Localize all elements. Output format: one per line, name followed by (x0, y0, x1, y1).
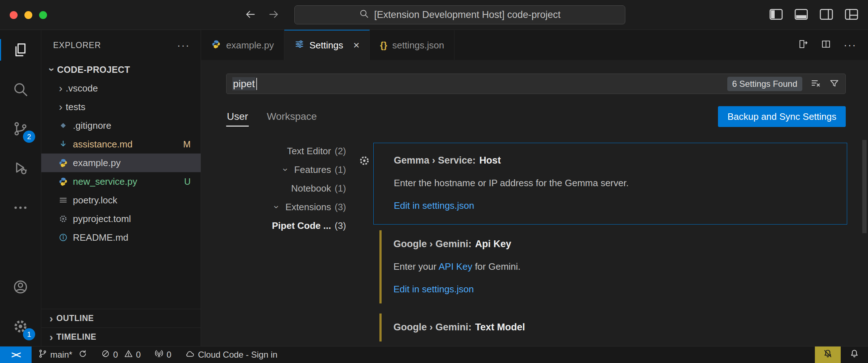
settings-scope-row: User Workspace Backup and Sync Settings (226, 105, 846, 128)
tree-item-example-py[interactable]: example.py (41, 154, 201, 172)
tab-actions: ··· (798, 30, 868, 60)
python-file-icon (58, 176, 69, 187)
customize-layout-icon[interactable] (844, 9, 859, 22)
modified-indicator (379, 314, 382, 341)
toc-item-pipet-code[interactable]: Pipet Code ... (3) (226, 216, 348, 235)
search-sidebar-icon[interactable] (0, 70, 41, 109)
manage-gear-icon[interactable]: 1 (0, 307, 41, 346)
scope-tab-workspace[interactable]: Workspace (266, 107, 318, 127)
file-tree: › CODE-PROJECT › .vscode › tests .gitign… (41, 60, 201, 247)
tree-root-code-project[interactable]: › CODE-PROJECT (41, 60, 201, 79)
forward-icon[interactable] (268, 8, 280, 22)
source-control-badge: 2 (23, 131, 35, 143)
scope-tab-user[interactable]: User (226, 107, 249, 127)
tree-item-pyproject-toml[interactable]: pyproject.toml (41, 209, 201, 228)
broadcast-item[interactable]: 0 (154, 349, 171, 360)
sidebar-sections: › OUTLINE › TIMELINE (41, 309, 201, 346)
toc-item-notebook[interactable]: Notebook (1) (226, 179, 348, 198)
setting-google-gemini-api-key[interactable]: Google › Gemini: Api Key Enter your API … (373, 227, 847, 308)
explorer-header: EXPLORER ··· (41, 30, 201, 60)
tab-settings[interactable]: Settings × (284, 30, 370, 60)
toc-item-features[interactable]: › Features (1) (226, 160, 348, 179)
outline-section-header[interactable]: › OUTLINE (41, 309, 201, 327)
tree-item-vscode[interactable]: › .vscode (41, 79, 201, 98)
minimize-window-button[interactable] (24, 11, 32, 19)
chevron-down-icon: › (47, 65, 57, 75)
notifications-item[interactable] (841, 349, 868, 361)
text-caret (256, 78, 257, 90)
toggle-panel-icon[interactable] (794, 9, 808, 22)
explorer-title: EXPLORER (53, 41, 101, 50)
setting-description: Enter the hostname or IP address for the… (394, 177, 836, 189)
toc-item-text-editor[interactable]: Text Editor (2) (226, 142, 348, 160)
accounts-icon[interactable] (0, 267, 41, 307)
warning-icon (124, 349, 133, 360)
tree-item-new-service-py[interactable]: new_service.py U (41, 172, 201, 191)
tab-example-py[interactable]: example.py (201, 30, 284, 60)
notifications-muted-item[interactable] (815, 346, 841, 363)
chevron-down-icon: › (272, 202, 281, 212)
history-nav (244, 0, 280, 30)
api-key-link[interactable]: API Key (439, 261, 472, 272)
chevron-down-icon: › (281, 165, 290, 175)
explorer-icon[interactable] (0, 30, 41, 70)
modified-indicator (379, 230, 382, 303)
sync-icon (78, 349, 87, 360)
status-bar: >< main* 0 (0, 346, 868, 363)
setting-title: Google › Gemini: Api Key (393, 238, 836, 250)
tab-settings-json[interactable]: {} settings.json (370, 30, 454, 60)
warnings-item[interactable]: 0 (124, 349, 141, 360)
toc-item-extensions[interactable]: › Extensions (3) (226, 198, 348, 216)
source-control-icon[interactable]: 2 (0, 109, 41, 148)
edit-in-settings-json-link[interactable]: Edit in settings.json (394, 200, 474, 211)
close-window-button[interactable] (10, 11, 18, 19)
settings-found-badge: 6 Settings Found (727, 77, 802, 91)
remote-indicator[interactable]: >< (0, 346, 32, 363)
back-icon[interactable] (244, 8, 256, 22)
close-icon[interactable]: × (353, 39, 360, 51)
broadcast-tower-icon (154, 349, 164, 360)
setting-gemma-service-host[interactable]: Gemma › Service: Host Enter the hostname… (373, 143, 847, 225)
explorer-more-actions-icon[interactable]: ··· (177, 39, 190, 51)
errors-item[interactable]: 0 (101, 349, 118, 360)
open-changes-icon[interactable] (798, 39, 808, 51)
cloud-code-item[interactable]: Cloud Code - Sign in (185, 349, 277, 361)
setting-google-gemini-text-model[interactable]: Google › Gemini: Text Model (373, 310, 847, 346)
chevron-right-icon: › (56, 83, 66, 94)
setting-gear-icon[interactable] (358, 155, 370, 168)
split-editor-icon[interactable] (821, 39, 831, 51)
tree-item-assistance-md[interactable]: assistance.md M (41, 135, 201, 154)
editor-scrollbar[interactable] (862, 140, 867, 233)
timeline-section-header[interactable]: › TIMELINE (41, 327, 201, 346)
lock-file-icon (58, 195, 69, 206)
toggle-secondary-sidebar-icon[interactable] (819, 9, 834, 22)
filter-icon[interactable] (829, 78, 840, 90)
clear-search-filters-icon[interactable] (810, 78, 821, 90)
git-status-badge: M (183, 139, 191, 150)
tree-item-poetry-lock[interactable]: poetry.lock (41, 191, 201, 209)
tree-item-gitignore[interactable]: .gitignore (41, 116, 201, 135)
explorer-sidebar: EXPLORER ··· › CODE-PROJECT › .vscode › … (41, 30, 201, 346)
more-views-icon[interactable] (0, 188, 41, 227)
edit-in-settings-json-link[interactable]: Edit in settings.json (393, 283, 474, 295)
sync-changes-item[interactable] (78, 349, 87, 360)
command-center-search[interactable]: [Extension Development Host] code-projec… (294, 5, 625, 24)
settings-search-input[interactable]: pipet 6 Settings Found (226, 74, 846, 94)
search-icon (359, 9, 369, 21)
tree-item-tests[interactable]: › tests (41, 98, 201, 116)
git-status-badge: U (184, 176, 191, 187)
branch-icon (38, 349, 47, 360)
editor-tab-bar: example.py Settings × {} settings.json (201, 30, 868, 60)
settings-editor: pipet 6 Settings Found User Workspace Ba… (201, 60, 868, 346)
run-debug-icon[interactable] (0, 148, 41, 188)
editor-more-actions-icon[interactable]: ··· (844, 39, 857, 51)
markdown-file-icon (58, 139, 69, 150)
settings-sliders-icon (294, 39, 304, 52)
settings-toc: Text Editor (2) › Features (1) Notebook … (226, 142, 348, 235)
chevron-right-icon: › (46, 332, 56, 343)
tree-item-readme-md[interactable]: README.md (41, 228, 201, 247)
zoom-window-button[interactable] (39, 11, 47, 19)
toggle-primary-sidebar-icon[interactable] (769, 9, 783, 22)
backup-sync-settings-button[interactable]: Backup and Sync Settings (718, 106, 846, 127)
git-branch-item[interactable]: main* (38, 349, 72, 360)
